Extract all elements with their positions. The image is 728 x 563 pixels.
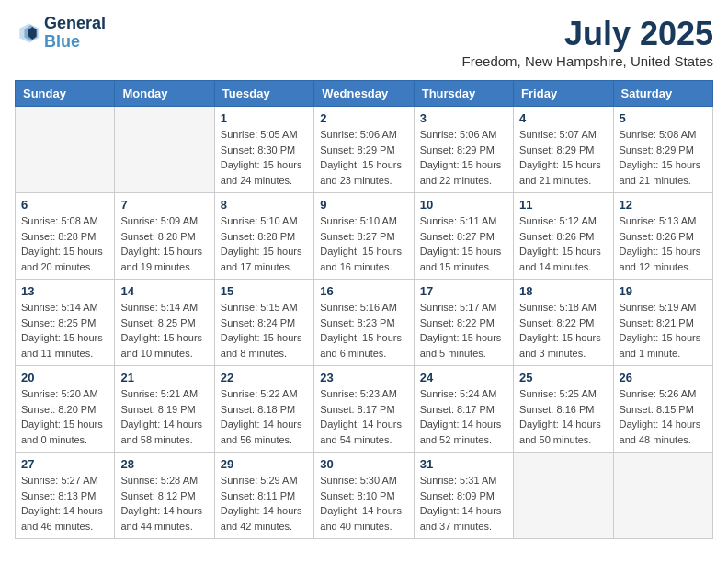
calendar-cell: 21Sunrise: 5:21 AMSunset: 8:19 PMDayligh… (115, 366, 214, 453)
calendar-cell: 13Sunrise: 5:14 AMSunset: 8:25 PMDayligh… (16, 280, 115, 366)
week-row-4: 20Sunrise: 5:20 AMSunset: 8:20 PMDayligh… (16, 366, 713, 453)
day-info: Sunrise: 5:21 AMSunset: 8:19 PMDaylight:… (120, 386, 208, 447)
calendar-cell: 2Sunrise: 5:06 AMSunset: 8:29 PMDaylight… (314, 107, 414, 193)
calendar-cell: 19Sunrise: 5:19 AMSunset: 8:21 PMDayligh… (613, 280, 712, 366)
weekday-header-thursday: Thursday (414, 81, 513, 107)
day-number: 9 (320, 198, 407, 212)
calendar-cell: 11Sunrise: 5:12 AMSunset: 8:26 PMDayligh… (514, 193, 613, 280)
day-number: 31 (420, 457, 507, 471)
day-number: 21 (120, 371, 208, 385)
calendar-cell: 29Sunrise: 5:29 AMSunset: 8:11 PMDayligh… (214, 453, 313, 539)
page-header: General Blue July 2025 Freedom, New Hamp… (15, 15, 713, 69)
day-number: 22 (221, 371, 308, 385)
calendar-cell: 14Sunrise: 5:14 AMSunset: 8:25 PMDayligh… (115, 280, 214, 366)
calendar-cell: 31Sunrise: 5:31 AMSunset: 8:09 PMDayligh… (414, 453, 513, 539)
day-info: Sunrise: 5:16 AMSunset: 8:23 PMDaylight:… (320, 300, 407, 361)
logo-text: General Blue (44, 15, 106, 52)
day-info: Sunrise: 5:18 AMSunset: 8:22 PMDaylight:… (519, 300, 607, 361)
day-number: 3 (420, 111, 507, 125)
calendar-cell: 26Sunrise: 5:26 AMSunset: 8:15 PMDayligh… (613, 366, 712, 453)
calendar-cell: 22Sunrise: 5:22 AMSunset: 8:18 PMDayligh… (214, 366, 313, 453)
day-number: 19 (620, 284, 707, 298)
day-info: Sunrise: 5:11 AMSunset: 8:27 PMDaylight:… (420, 213, 507, 274)
calendar-cell: 7Sunrise: 5:09 AMSunset: 8:28 PMDaylight… (115, 193, 214, 280)
calendar-cell: 27Sunrise: 5:27 AMSunset: 8:13 PMDayligh… (16, 453, 115, 539)
day-info: Sunrise: 5:06 AMSunset: 8:29 PMDaylight:… (420, 127, 507, 188)
day-number: 13 (21, 284, 108, 298)
logo-icon (15, 20, 40, 46)
calendar-cell: 17Sunrise: 5:17 AMSunset: 8:22 PMDayligh… (414, 280, 513, 366)
calendar-cell: 12Sunrise: 5:13 AMSunset: 8:26 PMDayligh… (613, 193, 712, 280)
day-number: 20 (21, 371, 108, 385)
calendar-cell: 18Sunrise: 5:18 AMSunset: 8:22 PMDayligh… (514, 280, 613, 366)
day-number: 2 (320, 111, 407, 125)
calendar-cell: 25Sunrise: 5:25 AMSunset: 8:16 PMDayligh… (514, 366, 613, 453)
day-number: 15 (221, 284, 308, 298)
day-number: 26 (620, 371, 707, 385)
day-info: Sunrise: 5:06 AMSunset: 8:29 PMDaylight:… (320, 127, 407, 188)
day-number: 28 (120, 457, 208, 471)
day-info: Sunrise: 5:17 AMSunset: 8:22 PMDaylight:… (420, 300, 507, 361)
day-info: Sunrise: 5:10 AMSunset: 8:27 PMDaylight:… (320, 213, 407, 274)
calendar-cell: 23Sunrise: 5:23 AMSunset: 8:17 PMDayligh… (314, 366, 414, 453)
day-number: 7 (120, 198, 208, 212)
day-number: 5 (620, 111, 707, 125)
day-number: 11 (519, 198, 607, 212)
calendar-cell (115, 107, 214, 193)
calendar-cell: 28Sunrise: 5:28 AMSunset: 8:12 PMDayligh… (115, 453, 214, 539)
calendar-cell: 8Sunrise: 5:10 AMSunset: 8:28 PMDaylight… (214, 193, 313, 280)
day-info: Sunrise: 5:25 AMSunset: 8:16 PMDaylight:… (519, 386, 607, 447)
week-row-2: 6Sunrise: 5:08 AMSunset: 8:28 PMDaylight… (16, 193, 713, 280)
day-info: Sunrise: 5:07 AMSunset: 8:29 PMDaylight:… (519, 127, 607, 188)
calendar-cell: 20Sunrise: 5:20 AMSunset: 8:20 PMDayligh… (16, 366, 115, 453)
calendar-cell (514, 453, 613, 539)
week-row-3: 13Sunrise: 5:14 AMSunset: 8:25 PMDayligh… (16, 280, 713, 366)
calendar-cell: 30Sunrise: 5:30 AMSunset: 8:10 PMDayligh… (314, 453, 414, 539)
calendar-cell: 16Sunrise: 5:16 AMSunset: 8:23 PMDayligh… (314, 280, 414, 366)
day-info: Sunrise: 5:19 AMSunset: 8:21 PMDaylight:… (620, 300, 707, 361)
day-number: 10 (420, 198, 507, 212)
calendar-cell (613, 453, 712, 539)
main-title: July 2025 (462, 15, 713, 53)
weekday-header-friday: Friday (514, 81, 613, 107)
day-info: Sunrise: 5:12 AMSunset: 8:26 PMDaylight:… (519, 213, 607, 274)
calendar-cell: 9Sunrise: 5:10 AMSunset: 8:27 PMDaylight… (314, 193, 414, 280)
calendar-cell: 24Sunrise: 5:24 AMSunset: 8:17 PMDayligh… (414, 366, 513, 453)
day-number: 4 (519, 111, 607, 125)
title-block: July 2025 Freedom, New Hampshire, United… (462, 15, 713, 69)
calendar-cell: 10Sunrise: 5:11 AMSunset: 8:27 PMDayligh… (414, 193, 513, 280)
subtitle: Freedom, New Hampshire, United States (462, 53, 713, 69)
day-info: Sunrise: 5:27 AMSunset: 8:13 PMDaylight:… (21, 473, 108, 534)
day-number: 14 (120, 284, 208, 298)
calendar-cell: 4Sunrise: 5:07 AMSunset: 8:29 PMDaylight… (514, 107, 613, 193)
day-info: Sunrise: 5:26 AMSunset: 8:15 PMDaylight:… (620, 386, 707, 447)
day-number: 18 (519, 284, 607, 298)
calendar-cell: 15Sunrise: 5:15 AMSunset: 8:24 PMDayligh… (214, 280, 313, 366)
day-info: Sunrise: 5:14 AMSunset: 8:25 PMDaylight:… (21, 300, 108, 361)
day-info: Sunrise: 5:10 AMSunset: 8:28 PMDaylight:… (221, 213, 308, 274)
calendar-table: SundayMondayTuesdayWednesdayThursdayFrid… (15, 80, 713, 539)
day-number: 1 (221, 111, 308, 125)
calendar-cell: 6Sunrise: 5:08 AMSunset: 8:28 PMDaylight… (16, 193, 115, 280)
day-info: Sunrise: 5:14 AMSunset: 8:25 PMDaylight:… (120, 300, 208, 361)
weekday-header-tuesday: Tuesday (214, 81, 313, 107)
weekday-header-monday: Monday (115, 81, 214, 107)
calendar-cell: 5Sunrise: 5:08 AMSunset: 8:29 PMDaylight… (613, 107, 712, 193)
day-info: Sunrise: 5:22 AMSunset: 8:18 PMDaylight:… (221, 386, 308, 447)
day-number: 16 (320, 284, 407, 298)
day-number: 29 (221, 457, 308, 471)
day-info: Sunrise: 5:08 AMSunset: 8:28 PMDaylight:… (21, 213, 108, 274)
day-info: Sunrise: 5:29 AMSunset: 8:11 PMDaylight:… (221, 473, 308, 534)
day-info: Sunrise: 5:23 AMSunset: 8:17 PMDaylight:… (320, 386, 407, 447)
day-number: 8 (221, 198, 308, 212)
day-number: 27 (21, 457, 108, 471)
weekday-header-saturday: Saturday (613, 81, 712, 107)
logo: General Blue (15, 15, 106, 52)
weekday-header-wednesday: Wednesday (314, 81, 414, 107)
day-number: 12 (620, 198, 707, 212)
week-row-1: 1Sunrise: 5:05 AMSunset: 8:30 PMDaylight… (16, 107, 713, 193)
weekday-header-sunday: Sunday (16, 81, 115, 107)
day-info: Sunrise: 5:20 AMSunset: 8:20 PMDaylight:… (21, 386, 108, 447)
weekday-header-row: SundayMondayTuesdayWednesdayThursdayFrid… (16, 81, 713, 107)
day-number: 30 (320, 457, 407, 471)
